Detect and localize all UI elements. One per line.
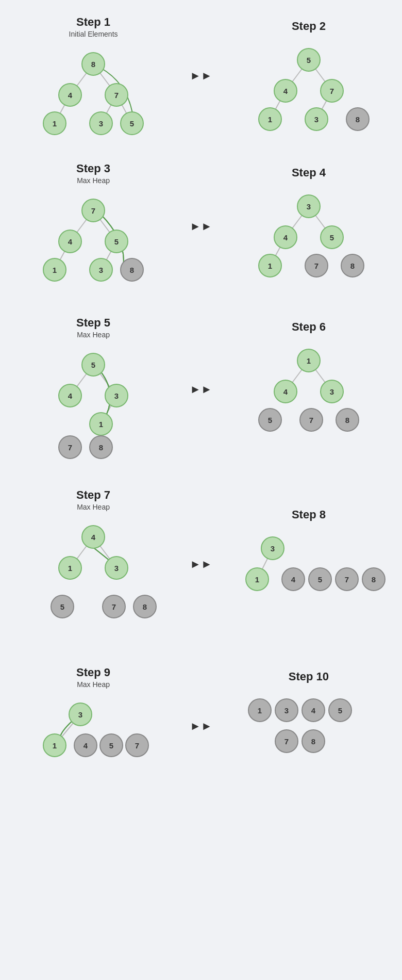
- step-10-panel: Step 10 1 3 4 5 7 8: [226, 670, 391, 782]
- svg-text:8: 8: [99, 443, 103, 452]
- svg-text:7: 7: [68, 443, 72, 452]
- step-1-panel: Step 1 Initial Elements 8 4 7: [11, 15, 176, 136]
- svg-text:8: 8: [356, 115, 360, 124]
- svg-text:8: 8: [345, 416, 349, 424]
- step-8-panel: Step 8 3 1 4 5 7 8: [226, 508, 391, 620]
- svg-text:7: 7: [135, 741, 139, 750]
- svg-text:5: 5: [114, 237, 119, 246]
- svg-text:4: 4: [91, 533, 96, 542]
- svg-text:3: 3: [271, 544, 275, 553]
- svg-text:8: 8: [130, 266, 134, 274]
- step-6-title: Step 6: [292, 320, 326, 334]
- step-7-panel: Step 7 Max Heap 4 1 3 5: [11, 488, 176, 640]
- arrow-4: ►►: [190, 558, 212, 571]
- svg-text:1: 1: [255, 575, 259, 584]
- svg-text:4: 4: [283, 233, 288, 242]
- svg-text:3: 3: [330, 387, 334, 396]
- step-5-panel: Step 5 Max Heap 5 4 3 1: [11, 316, 176, 463]
- svg-text:3: 3: [99, 266, 103, 274]
- step-2-panel: Step 2 5 4 7 1 3 8: [226, 20, 391, 132]
- svg-text:3: 3: [114, 564, 119, 573]
- step-10-title: Step 10: [289, 670, 329, 683]
- step-5-subtitle: Max Heap: [77, 331, 110, 339]
- svg-text:1: 1: [258, 706, 262, 715]
- svg-text:3: 3: [314, 115, 319, 124]
- svg-text:3: 3: [284, 706, 289, 715]
- step-8-tree: 3 1 4 5 7 8: [242, 528, 376, 620]
- svg-text:5: 5: [338, 706, 342, 715]
- svg-text:3: 3: [99, 119, 103, 128]
- svg-text:1: 1: [268, 262, 272, 270]
- svg-text:4: 4: [83, 741, 88, 750]
- step-1-tree: 8 4 7 1 3 5: [37, 43, 150, 136]
- page-container: Step 1 Initial Elements 8 4 7: [0, 0, 402, 818]
- step-3-title: Step 3: [76, 162, 110, 175]
- svg-text:8: 8: [372, 575, 376, 584]
- step-row-4: Step 7 Max Heap 4 1 3 5: [5, 483, 397, 645]
- step-4-panel: Step 4 3 4 5 1 7 8: [226, 166, 391, 286]
- step-9-tree: 3 1 4 5 7 8: [31, 694, 155, 787]
- svg-text:3: 3: [307, 202, 311, 211]
- svg-text:7: 7: [91, 206, 95, 215]
- step-10-tree: 1 3 4 5 7 8: [244, 690, 373, 782]
- step-9-title: Step 9: [76, 666, 110, 679]
- step-5-title: Step 5: [76, 316, 110, 330]
- svg-text:7: 7: [345, 575, 349, 584]
- svg-text:3: 3: [114, 391, 119, 400]
- svg-text:5: 5: [318, 575, 322, 584]
- arrow-3: ►►: [190, 383, 212, 396]
- step-7-tree: 4 1 3 5 7 8: [34, 516, 153, 640]
- svg-text:5: 5: [330, 233, 334, 242]
- step-2-tree: 5 4 7 1 3 8: [252, 39, 365, 132]
- svg-text:7: 7: [314, 262, 319, 270]
- svg-text:7: 7: [309, 416, 313, 424]
- step-7-subtitle: Max Heap: [77, 503, 110, 511]
- step-4-title: Step 4: [292, 166, 326, 179]
- svg-text:4: 4: [291, 575, 296, 584]
- step-9-panel: Step 9 Max Heap 3 1 4 5: [11, 666, 176, 787]
- svg-text:4: 4: [283, 387, 288, 396]
- arrow-2: ►►: [190, 220, 212, 233]
- svg-text:7: 7: [114, 91, 119, 100]
- step-4-tree: 3 4 5 1 7 8: [252, 186, 365, 286]
- step-row-3: Step 5 Max Heap 5 4 3 1: [5, 311, 397, 468]
- arrow-1: ►►: [190, 69, 212, 83]
- step-3-tree: 7 4 5 1 3 8: [37, 190, 150, 290]
- step-6-tree: 1 4 3 5 7 8: [252, 340, 365, 459]
- svg-text:1: 1: [53, 266, 57, 274]
- step-row-1: Step 1 Initial Elements 8 4 7: [5, 10, 397, 141]
- svg-text:8: 8: [350, 262, 355, 270]
- step-row-2: Step 3 Max Heap 7 4 5: [5, 157, 397, 296]
- svg-text:4: 4: [283, 87, 288, 95]
- arrow-5: ►►: [190, 720, 212, 733]
- step-3-subtitle: Max Heap: [77, 176, 110, 185]
- step-1-subtitle: Initial Elements: [69, 30, 118, 38]
- svg-text:1: 1: [68, 564, 72, 573]
- svg-text:5: 5: [130, 119, 134, 128]
- svg-text:5: 5: [109, 741, 113, 750]
- svg-text:4: 4: [311, 706, 316, 715]
- step-1-title: Step 1: [76, 15, 110, 29]
- svg-text:8: 8: [311, 737, 315, 746]
- svg-text:5: 5: [307, 56, 311, 64]
- svg-text:8: 8: [143, 602, 147, 611]
- step-9-subtitle: Max Heap: [77, 680, 110, 689]
- svg-text:1: 1: [99, 420, 103, 429]
- svg-text:7: 7: [112, 602, 116, 611]
- svg-text:7: 7: [330, 87, 334, 95]
- svg-text:1: 1: [268, 115, 272, 124]
- svg-text:5: 5: [60, 602, 64, 611]
- step-7-title: Step 7: [76, 488, 110, 502]
- svg-text:4: 4: [68, 237, 73, 246]
- svg-text:1: 1: [53, 741, 57, 750]
- step-2-title: Step 2: [292, 20, 326, 33]
- svg-text:3: 3: [78, 710, 82, 719]
- svg-text:4: 4: [68, 91, 73, 100]
- step-row-5: Step 9 Max Heap 3 1 4 5: [5, 661, 397, 792]
- svg-text:8: 8: [91, 60, 95, 69]
- svg-text:1: 1: [53, 119, 57, 128]
- step-5-tree: 5 4 3 1 7 8: [34, 344, 153, 463]
- svg-text:7: 7: [284, 737, 289, 746]
- step-3-panel: Step 3 Max Heap 7 4 5: [11, 162, 176, 290]
- step-6-panel: Step 6 1 4 3 5 7 8: [226, 320, 391, 459]
